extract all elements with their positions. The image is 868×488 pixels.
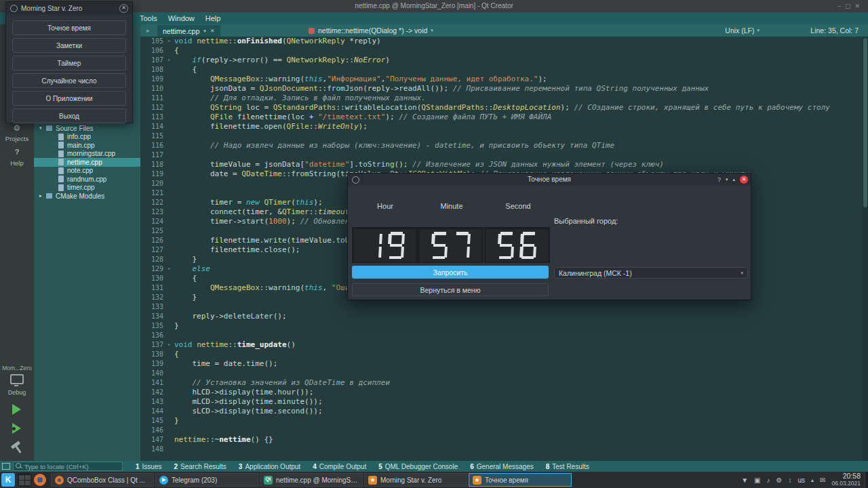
fold-marker-icon[interactable] <box>163 131 174 141</box>
fold-marker-icon[interactable] <box>163 236 174 245</box>
line-number[interactable]: 117 <box>140 150 163 160</box>
fold-marker-icon[interactable] <box>163 84 174 94</box>
fold-marker-icon[interactable] <box>163 226 174 236</box>
pager-icon[interactable] <box>18 473 31 487</box>
fold-marker-icon[interactable] <box>163 150 174 160</box>
tree-item[interactable]: info.cpp <box>34 133 140 142</box>
tab-nettime-cpp[interactable]: nettime.cpp ▾ ✕ <box>157 25 220 37</box>
fold-marker-icon[interactable] <box>163 312 174 321</box>
forward-icon[interactable]: ▸ <box>146 24 150 37</box>
app-menu-button[interactable]: Таймер <box>12 56 126 70</box>
line-number[interactable]: 137 <box>140 340 163 350</box>
menu-item-help[interactable]: Help <box>200 12 226 24</box>
fold-marker-icon[interactable] <box>163 388 174 397</box>
keyboard-layout[interactable]: us <box>797 476 805 484</box>
line-number[interactable]: 129 <box>140 264 163 274</box>
debug-run-button[interactable] <box>12 423 21 434</box>
fold-marker-icon[interactable] <box>163 321 174 331</box>
line-number[interactable]: 121 <box>140 188 163 198</box>
fold-marker-icon[interactable] <box>163 169 174 179</box>
locator-input[interactable] <box>13 462 123 471</box>
line-number[interactable]: 123 <box>140 207 163 217</box>
tree-item[interactable]: randnum.cpp <box>34 175 140 184</box>
line-number[interactable]: 133 <box>140 302 163 312</box>
task-button[interactable]: Точное время <box>469 473 572 487</box>
tab-close-icon[interactable]: ✕ <box>210 28 215 34</box>
line-number[interactable]: 141 <box>140 378 163 388</box>
line-number[interactable]: 140 <box>140 369 163 378</box>
fold-marker-icon[interactable] <box>163 188 174 198</box>
line-number[interactable]: 134 <box>140 312 163 321</box>
line-number[interactable]: 139 <box>140 359 163 369</box>
fold-marker-icon[interactable] <box>163 331 174 340</box>
line-number[interactable]: 131 <box>140 283 163 293</box>
line-number[interactable]: 138 <box>140 350 163 359</box>
fold-marker-icon[interactable] <box>163 378 174 388</box>
fold-marker-icon[interactable] <box>163 179 174 188</box>
line-number[interactable]: 142 <box>140 388 163 397</box>
fold-marker-icon[interactable] <box>163 207 174 217</box>
task-button[interactable]: Telegram (203) <box>155 473 258 487</box>
help-icon[interactable]: ? <box>717 176 721 183</box>
fold-marker-icon[interactable] <box>163 94 174 103</box>
kit-selector-icon[interactable] <box>10 374 24 384</box>
line-number[interactable]: 125 <box>140 226 163 236</box>
output-pane-3[interactable]: 3Application Output <box>233 461 307 472</box>
task-button[interactable]: QComboBox Class | Qt ... <box>51 473 154 487</box>
fold-marker-icon[interactable] <box>163 198 174 207</box>
encoding-selector[interactable]: Unix (LF) ▾ <box>725 24 760 37</box>
clipboard-icon[interactable]: ▣ <box>754 476 760 484</box>
network-icon[interactable]: ↕ <box>788 476 791 484</box>
firefox-icon[interactable] <box>34 474 46 486</box>
output-pane-8[interactable]: 8Test Results <box>540 461 595 472</box>
run-button[interactable] <box>12 404 21 415</box>
line-number[interactable]: 147 <box>140 435 163 445</box>
line-number[interactable]: 127 <box>140 245 163 255</box>
tray-expander-icon[interactable]: ▴ <box>811 477 814 483</box>
close-icon[interactable]: ✕ <box>854 3 864 9</box>
editor-scrollbar[interactable] <box>863 37 868 461</box>
fold-marker-icon[interactable] <box>163 359 174 369</box>
app-menu-button[interactable]: Случайное число <box>12 73 126 88</box>
updates-icon[interactable]: ▼ <box>741 476 748 484</box>
line-number[interactable]: 144 <box>140 407 163 416</box>
dialog-titlebar[interactable]: Точное время ? ▾ ▴ ✕ <box>348 174 751 186</box>
fold-marker-icon[interactable] <box>163 113 174 122</box>
output-pane-6[interactable]: 6General Messages <box>464 461 540 472</box>
mode-projects[interactable]: Projects <box>0 135 34 142</box>
app-menu-button[interactable]: Точное время <box>12 20 126 35</box>
tree-item[interactable]: nettime.cpp <box>34 158 140 167</box>
line-number[interactable]: 114 <box>140 122 163 131</box>
fold-marker-icon[interactable] <box>163 397 174 407</box>
line-number[interactable]: 146 <box>140 426 163 435</box>
maximize-icon[interactable]: ▴ <box>732 177 735 182</box>
mode-help[interactable]: Help <box>0 159 34 167</box>
fold-marker-icon[interactable] <box>163 122 174 131</box>
line-number[interactable]: 148 <box>140 445 163 454</box>
line-number[interactable]: 128 <box>140 255 163 264</box>
fold-marker-icon[interactable] <box>163 416 174 426</box>
fold-marker-icon[interactable] <box>163 350 174 359</box>
task-button[interactable]: nettime.cpp @ MorningStar_... <box>260 473 363 487</box>
output-pane-2[interactable]: 2Search Results <box>167 461 232 472</box>
tree-item[interactable]: ▸CMake Modules <box>34 192 140 201</box>
city-combobox[interactable]: Калининград (МСК -1) ▾ <box>554 267 748 279</box>
chevron-down-icon[interactable]: ▾ <box>203 28 206 34</box>
line-number[interactable]: 111 <box>140 94 163 103</box>
line-number[interactable]: 106 <box>140 46 163 56</box>
menu-item-tools[interactable]: Tools <box>134 12 163 24</box>
fold-marker-icon[interactable] <box>163 217 174 226</box>
fold-marker-icon[interactable]: ▾ <box>163 340 174 350</box>
output-pane-4[interactable]: 4Compile Output <box>307 461 372 472</box>
app-menu-button[interactable]: Выход <box>12 108 126 123</box>
fold-marker-icon[interactable] <box>163 445 174 454</box>
line-number[interactable]: 130 <box>140 274 163 283</box>
fold-marker-icon[interactable]: ▾ <box>163 264 174 274</box>
request-button[interactable]: Запросить <box>352 266 549 279</box>
line-number[interactable]: 118 <box>140 160 163 169</box>
tree-item[interactable]: note.cpp <box>34 167 140 176</box>
task-button[interactable]: Morning Star v. Zero <box>364 473 467 487</box>
app-menu-button[interactable]: О Приложении <box>12 91 126 106</box>
mail-icon[interactable]: ✉ <box>820 476 825 484</box>
line-number[interactable]: 119 <box>140 169 163 179</box>
